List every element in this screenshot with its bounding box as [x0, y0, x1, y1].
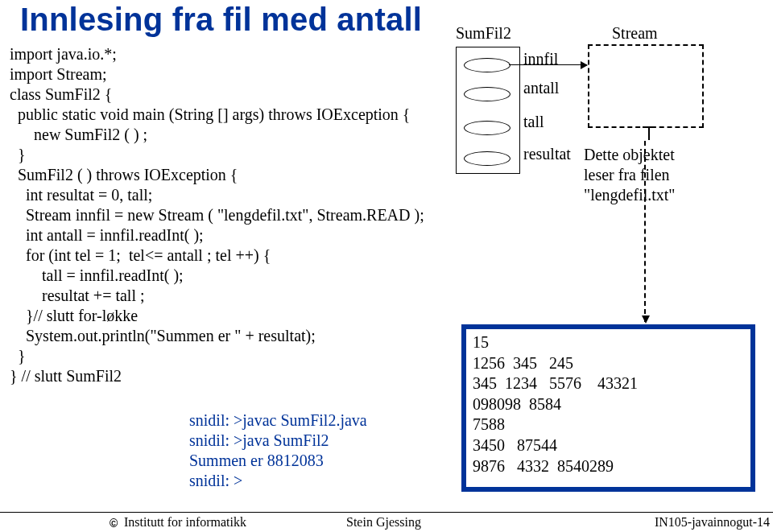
footer-author: Stein Gjessing [346, 515, 421, 530]
stream-cursor [648, 127, 650, 140]
innfil-oval [464, 58, 511, 72]
sumfil2-label: SumFil2 [456, 24, 511, 43]
stream-to-file-arrow [644, 141, 646, 322]
stream-object-box [588, 44, 704, 128]
file-contents: 15 1256 345 245 345 1234 5576 43321 0980… [473, 332, 638, 476]
footer-institute: Institutt for informatikk [124, 515, 246, 530]
antall-field-label: antall [523, 79, 559, 97]
tall-field-label: tall [523, 113, 544, 131]
console-output: snidil: >javac SumFil2.java snidil: >jav… [189, 410, 386, 491]
footer-page: IN105-javainnogut-14 [655, 515, 770, 530]
innfil-to-stream-arrow [509, 64, 587, 65]
resultat-field-label: resultat [523, 145, 571, 163]
page-title: Innlesing fra fil med antall [20, 2, 422, 38]
code-block: import java.io.*; import Stream; class S… [10, 44, 424, 386]
tall-oval [464, 121, 511, 135]
file-box: 15 1256 345 245 345 1234 5576 43321 0980… [461, 324, 755, 492]
stream-description: Dette objektet leser fra filen "lengdefi… [584, 145, 757, 205]
copyright-icon: © [110, 517, 118, 530]
stream-label: Stream [612, 24, 658, 43]
resultat-oval [464, 151, 511, 166]
innfil-field-label: innfil [523, 50, 558, 68]
antall-oval [464, 87, 511, 101]
